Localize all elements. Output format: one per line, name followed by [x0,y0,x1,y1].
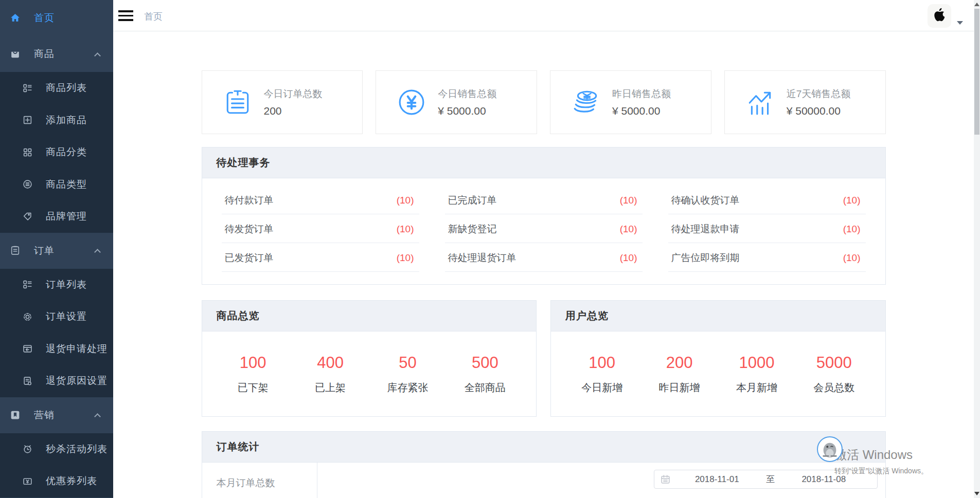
sidebar-submenu-product: 商品列表 添加商品 商品分类 商品类型 [0,72,113,233]
qq-contact-button[interactable] [817,436,843,462]
stat-new-yesterday[interactable]: 200 昨日新增 [640,354,718,395]
pending-item-ads-expiring[interactable]: 广告位即将到期 (10) [668,243,866,272]
sidebar-item-home[interactable]: 首页 [0,0,113,36]
scroll-up-arrow-icon[interactable] [974,3,979,6]
stat-card-today-sales[interactable]: 今日销售总额 ¥ 5000.00 [376,70,537,134]
stat-all-products[interactable]: 500 全部商品 [447,354,524,395]
sidebar-item-flash-sale-list[interactable]: 秒杀活动列表 [0,433,113,466]
sidebar-item-label: 订单列表 [46,278,87,291]
stat-low-stock[interactable]: 50 库存紧张 [369,354,446,395]
scrollbar-thumb[interactable] [974,9,979,135]
order-stats-header: 订单统计 [202,432,885,463]
product-overview-header: 商品总览 [202,301,537,331]
stat-value: 400 [292,354,369,372]
sidebar-item-label: 添加商品 [46,114,87,127]
pending-item-unpaid-orders[interactable]: 待付款订单 (10) [222,186,419,214]
sidebar-item-label: 退货原因设置 [46,374,108,388]
stat-label: 本月新增 [718,381,795,395]
sidebar-item-product-list[interactable]: 商品列表 [0,72,113,104]
stat-off-shelf[interactable]: 100 已下架 [215,354,292,395]
sidebar-group-label: 商品 [34,47,55,61]
sidebar-item-return-reason[interactable]: 退货原因设置 [0,365,113,397]
breadcrumb: 首页 [144,10,163,23]
chevron-up-icon [94,413,101,420]
circle-list-icon [23,179,32,189]
scroll-down-arrow-icon[interactable] [974,492,979,495]
stat-on-shelf[interactable]: 400 已上架 [292,354,369,395]
sidebar-item-label: 商品分类 [46,145,87,159]
stat-label: 全部商品 [447,381,524,395]
sidebar-item-label: 首页 [34,11,55,25]
stat-card-label: 昨日销售总额 [612,87,671,101]
order-stats-panel: 订单统计 本月订单总数 10000 2018-11-01 至 20 [202,431,886,498]
sidebar-item-order-list[interactable]: 订单列表 [0,269,113,301]
sidebar-item-label: 品牌管理 [46,210,87,223]
windows-activation-watermark: 激活 Windows 转到“设置”以激活 Windows。 [834,447,928,476]
sidebar-item-label: 优惠券列表 [46,474,97,488]
bookmark-icon [10,410,21,420]
avatar[interactable] [928,4,951,28]
grid-list-icon [23,83,32,93]
sidebar-group-marketing[interactable]: 营销 [0,397,113,433]
stat-card-value: ¥ 50000.00 [787,105,851,117]
pending-count: (10) [843,252,861,264]
pending-panel: 待处理事务 待付款订单 (10) 已完成订单 (10) 待确认收货订单 (10) [202,147,886,285]
vertical-scrollbar[interactable] [974,0,980,498]
stat-card-text: 今日订单总数 200 [264,87,323,117]
tag-icon [23,212,32,222]
stat-label: 已上架 [292,381,369,395]
sidebar-item-brand-management[interactable]: 品牌管理 [0,200,113,233]
return-box-icon [23,344,32,354]
home-icon [10,13,21,24]
stat-card-week-sales[interactable]: 近7天销售总额 ¥ 50000.00 [724,70,886,134]
main-content: 今日订单总数 200 今日销售总额 ¥ 5000.00 [113,31,974,498]
dashboard-container: 今日订单总数 200 今日销售总额 ¥ 5000.00 [202,70,886,498]
pending-count: (10) [397,195,414,206]
stat-total-members[interactable]: 5000 会员总数 [795,354,872,395]
stat-value: 500 [447,354,524,372]
sidebar-group-order[interactable]: 订单 [0,233,113,269]
pending-count: (10) [620,252,637,264]
panel-title: 待处理事务 [217,156,271,170]
sidebar-item-coupon-list[interactable]: 优惠券列表 [0,465,113,497]
date-start-input[interactable]: 2018-11-01 [670,474,764,485]
sidebar-item-label: 秒杀活动列表 [46,442,108,456]
sidebar-item-order-settings[interactable]: 订单设置 [0,301,113,333]
pending-item-return-orders[interactable]: 待处理退货订单 (10) [445,243,643,272]
pending-count: (10) [397,224,414,235]
sidebar-item-product-type[interactable]: 商品类型 [0,169,113,201]
yen-circle-icon [398,88,425,116]
sidebar-group-product[interactable]: 商品 [0,36,113,72]
order-stats-month-cell: 本月订单总数 10000 [202,463,317,498]
stat-value: 50 [369,354,446,372]
stat-card-text: 近7天销售总额 ¥ 50000.00 [787,87,851,117]
coins-icon [572,88,600,116]
grid-list-icon [23,280,32,289]
stat-label: 会员总数 [795,381,872,395]
pending-item-refund-requests[interactable]: 待处理退款申请 (10) [668,214,866,243]
stat-new-month[interactable]: 1000 本月新增 [718,354,795,395]
caret-down-icon[interactable] [957,21,963,25]
stat-card-value: ¥ 5000.00 [438,105,496,117]
stat-card-today-orders[interactable]: 今日订单总数 200 [202,70,363,134]
pending-item-out-of-stock[interactable]: 新缺货登记 (10) [445,214,643,243]
sidebar-item-return-apply[interactable]: 退货申请处理 [0,333,113,365]
clipboard-gear-icon [23,376,32,386]
sidebar-item-add-product[interactable]: 添加商品 [0,104,113,137]
sidebar-item-label: 商品列表 [46,81,87,95]
chevron-up-icon [94,249,101,255]
stat-card-label: 近7天销售总额 [787,87,851,101]
pending-panel-header: 待处理事务 [202,147,885,178]
stat-card-row: 今日订单总数 200 今日销售总额 ¥ 5000.00 [202,70,886,134]
pending-item-shipped-orders[interactable]: 已发货订单 (10) [222,243,419,272]
stat-card-yesterday-sales[interactable]: 昨日销售总额 ¥ 5000.00 [550,70,711,134]
calendar-icon [661,474,670,484]
watermark-line1: 激活 Windows [834,447,928,463]
sidebar-item-product-category[interactable]: 商品分类 [0,136,113,169]
pending-item-to-ship-orders[interactable]: 待发货订单 (10) [222,214,419,243]
pending-item-confirm-receipt-orders[interactable]: 待确认收货订单 (10) [668,186,866,214]
order-stats-body: 本月订单总数 10000 2018-11-01 至 2018-11-08 [202,463,885,498]
stat-new-today[interactable]: 100 今日新增 [563,354,640,395]
pending-item-completed-orders[interactable]: 已完成订单 (10) [445,186,643,214]
hamburger-menu-icon[interactable] [118,10,133,21]
